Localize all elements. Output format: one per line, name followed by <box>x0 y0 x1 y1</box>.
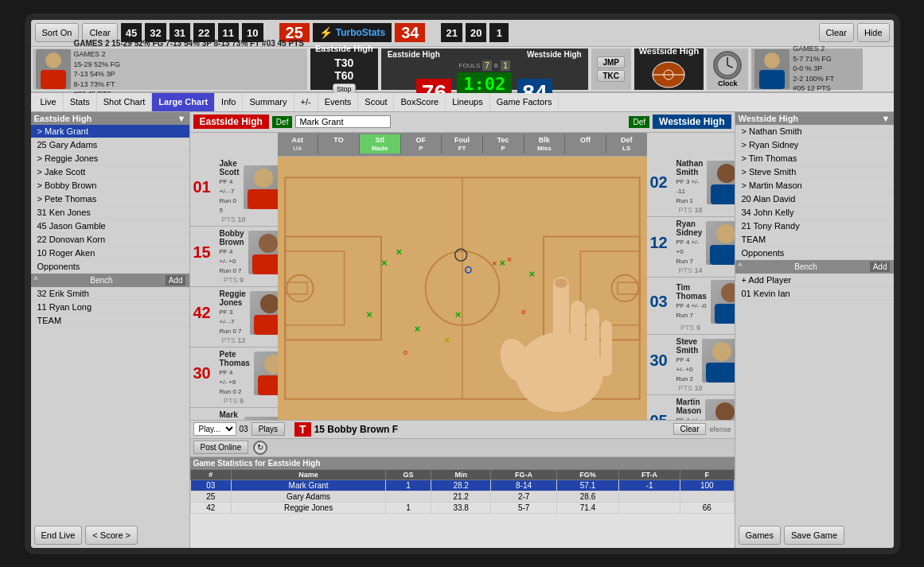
col-fgpct: FG% <box>556 469 618 480</box>
player-item-gary-adams[interactable]: 25 Gary Adams <box>31 138 189 152</box>
table-row-mark-grant[interactable]: 03 Mark Grant 1 28.2 8-14 57.1 -1 100 <box>190 480 734 491</box>
num-20: 20 <box>466 23 486 42</box>
svg-line-7 <box>727 65 733 68</box>
player-card-jake-scott[interactable]: 01 Jake Scott PF 4 +/- -7 Run 0 5 <box>190 157 278 227</box>
score-button[interactable]: < Score > <box>85 526 138 545</box>
player-item-reggie-jones[interactable]: > Reggie Jones <box>31 152 189 165</box>
games-button[interactable]: Games <box>739 526 781 545</box>
bench-item-team[interactable]: TEAM <box>31 314 189 328</box>
player-item-donovan-korn[interactable]: 22 Donovan Korn <box>31 233 189 247</box>
add-player-right-button[interactable]: Add <box>870 262 891 272</box>
end-live-button[interactable]: End Live <box>34 526 83 545</box>
away-player-cards: 02 Nathan Smith PF 3 +/- -11 Run 1 <box>647 157 735 420</box>
player-item-jason-gamble[interactable]: 45 Jason Gamble <box>31 219 189 233</box>
stat-header-off: Off <box>565 134 606 153</box>
sort-on-button[interactable]: Sort On <box>35 23 80 42</box>
player-card-steve-smith[interactable]: 30 Steve Smith PF 4 +/- +0 Run 2 <box>647 335 735 395</box>
player-card-ryan-sidney[interactable]: 12 Ryan Sidney PF 4 +/- +0 Run 7 <box>647 217 735 278</box>
stat-header-to: TO <box>318 134 360 153</box>
svg-rect-15 <box>254 315 278 335</box>
action-player-label: 15 Bobby Brown F <box>314 424 398 435</box>
home-player-cards: 01 Jake Scott PF 4 +/- -7 Run 0 5 <box>190 157 278 420</box>
tab-game-factors[interactable]: Game Factors <box>490 93 559 111</box>
table-row-gary-adams[interactable]: 25 Gary Adams 21.2 2-7 28.6 <box>190 491 734 502</box>
tkc-button[interactable]: TKC <box>597 70 625 82</box>
tab-scout[interactable]: Scout <box>358 93 394 111</box>
player-item-tony-randy[interactable]: 21 Tony Randy <box>735 219 894 233</box>
clear-action-button[interactable]: Clear <box>673 423 707 435</box>
stats-table-area: Game Statistics for Eastside High # Name… <box>190 456 735 548</box>
martin-mason-photo <box>705 399 734 420</box>
player-card-mark-grant[interactable]: 03 Mark Grant PF 3 +/- -4 Run 0 7 <box>190 408 278 420</box>
save-game-button[interactable]: Save Game <box>784 526 844 545</box>
tab-info[interactable]: Info <box>215 93 243 111</box>
col-fga: FG-A <box>491 469 557 480</box>
tab-boxscore[interactable]: BoxScore <box>394 93 446 111</box>
player-card-reggie-jones[interactable]: 42 Reggie Jones PF 3 +/- -7 Run 0 7 <box>190 287 278 348</box>
player-item-martin-mason[interactable]: > Martin Mason <box>735 179 894 192</box>
player-item-bobby-brown[interactable]: > Bobby Brown <box>31 179 189 192</box>
tab-lineups[interactable]: Lineups <box>446 93 490 111</box>
refresh-icon: ↻ <box>253 441 267 455</box>
svg-point-55 <box>716 224 734 243</box>
play-dropdown[interactable]: Play... <box>193 422 236 436</box>
player-item-steve-smith[interactable]: > Steve Smith <box>735 165 894 179</box>
svg-rect-56 <box>710 245 734 265</box>
player-card-bobby-brown[interactable]: 15 Bobby Brown PF 4 +/- +0 Run 0 7 <box>190 227 278 287</box>
player-item-john-kelly[interactable]: 34 John Kelly <box>735 206 894 219</box>
player-item-team-away[interactable]: TEAM <box>735 233 894 247</box>
svg-text:×: × <box>380 256 387 268</box>
tab-plus-minus[interactable]: +/- <box>294 93 318 111</box>
steve-smith-photo <box>702 339 734 383</box>
svg-rect-54 <box>711 184 734 204</box>
tab-large-chart[interactable]: Large Chart <box>152 93 215 111</box>
tab-events[interactable]: Events <box>318 93 359 111</box>
player-item-tim-thomas[interactable]: > Tim Thomas <box>735 152 894 165</box>
player-item-jake-scott[interactable]: > Jake Scott <box>31 165 189 179</box>
player-item-pete-thomas[interactable]: > Pete Thomas <box>31 192 189 206</box>
basketball-court[interactable]: × × × × × × × × × o o <box>278 157 647 420</box>
player-card-nathan-smith[interactable]: 02 Nathan Smith PF 3 +/- -11 Run 1 <box>647 157 735 217</box>
fouls-row: FOULS 7 B 1 <box>459 60 510 71</box>
player-item-ryan-sidney[interactable]: > Ryan Sidney <box>735 138 894 152</box>
player-item-roger-aken[interactable]: 10 Roger Aken <box>31 247 189 260</box>
tab-live[interactable]: Live <box>34 93 64 111</box>
visitor-player-stats: GAMES 2 5-7 71% FG 0-0 % 3P 2-2 100% FT … <box>793 44 834 94</box>
svg-rect-58 <box>715 304 735 324</box>
player-item-opponents-home[interactable]: Opponents <box>31 260 189 274</box>
player-item-ken-jones[interactable]: 31 Ken Jones <box>31 206 189 219</box>
tab-summary[interactable]: Summary <box>243 93 294 111</box>
bench-item-ryan-long[interactable]: 11 Ryan Long <box>31 301 189 314</box>
plays-button[interactable]: Plays <box>251 422 285 436</box>
player-item-opponents-away[interactable]: Opponents <box>735 247 894 260</box>
visitor-team-label: Westside High <box>653 115 731 129</box>
player-card-martin-mason[interactable]: 05 Martin Mason PF 4 +/- -1 Run 0 <box>647 395 735 420</box>
hide-button[interactable]: Hide <box>857 23 890 42</box>
bench-item-add-player[interactable]: + Add Player <box>735 274 894 287</box>
post-online-button[interactable]: Post Online <box>193 441 249 454</box>
game-timer: 1:02 <box>457 72 512 95</box>
device-frame: Sort On Clear 45 32 31 22 11 10 25 ⚡ Tur… <box>25 14 900 554</box>
chart-header: Eastside High Def Def Westside High <box>190 112 735 133</box>
num-21: 21 <box>441 23 462 42</box>
table-row-reggie-jones[interactable]: 42 Reggie Jones 1 33.8 5-7 71.4 66 <box>190 502 734 513</box>
add-player-left-button[interactable]: Add <box>166 275 186 285</box>
bench-item-erik-smith[interactable]: 32 Erik Smith <box>31 287 189 301</box>
tab-shot-chart[interactable]: Shot Chart <box>97 93 153 111</box>
player-item-nathan-smith[interactable]: > Nathan Smith <box>735 125 894 138</box>
svg-point-8 <box>764 52 780 68</box>
jmp-button[interactable]: JMP <box>597 56 625 68</box>
player-card-pete-thomas[interactable]: 30 Pete Thomas PF 4 +/- +6 Run 0 2 <box>190 348 278 408</box>
court-row: 01 Jake Scott PF 4 +/- -7 Run 0 5 <box>190 157 735 420</box>
bench-item-kevin-ian[interactable]: 01 Kevin Ian <box>735 287 894 301</box>
pete-thomas-photo <box>254 351 278 395</box>
player-item-mark-grant[interactable]: > Mark Grant <box>31 125 189 138</box>
player-name-input[interactable] <box>295 115 391 128</box>
tab-stats[interactable]: Stats <box>64 93 97 111</box>
player-item-alan-david[interactable]: 20 Alan David <box>735 192 894 206</box>
player-card-tim-thomas[interactable]: 03 Tim Thomas PF 4 +/- -0 Run 7 <box>647 278 735 335</box>
col-f: F <box>680 469 734 480</box>
svg-point-61 <box>715 402 734 420</box>
clear-button-right[interactable]: Clear <box>819 23 854 42</box>
left-bottom-btns: End Live < Score > <box>31 522 189 548</box>
